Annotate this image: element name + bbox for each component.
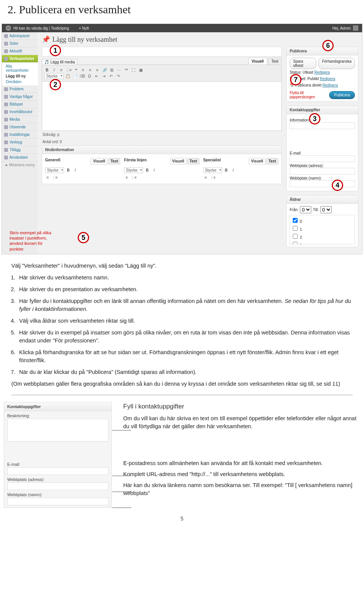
email-input[interactable]: [290, 155, 355, 162]
list-ol-button[interactable]: ⋮≡: [66, 67, 71, 73]
niva3-tab-visual[interactable]: Visuell: [249, 158, 265, 164]
save-draft-button[interactable]: Spara utkast: [290, 58, 316, 69]
kitchensink-button[interactable]: ▦: [138, 67, 143, 73]
tools-icon: [4, 140, 8, 144]
sidebar-item-anvandare[interactable]: Användare: [2, 154, 38, 161]
indent-button[interactable]: ⇥: [101, 74, 107, 79]
niva2-tab-visual[interactable]: Visuell: [170, 158, 187, 164]
fullscreen-button[interactable]: ⛶: [131, 67, 136, 73]
sidebar-minimize[interactable]: ◄ Minimera meny: [2, 161, 38, 169]
format-select[interactable]: Stycke: [44, 73, 63, 79]
sidebar-sub-omraden[interactable]: Områden: [2, 79, 38, 85]
omega-button[interactable]: Ω: [87, 74, 92, 79]
avatar[interactable]: [353, 25, 358, 31]
redo-button[interactable]: ↷: [116, 74, 121, 79]
quote-button[interactable]: ❝: [73, 67, 78, 73]
age-cb-0[interactable]: 0: [291, 216, 353, 224]
niva3-format-select[interactable]: Stycke: [203, 167, 222, 173]
cp-url-input[interactable]: [7, 482, 108, 490]
page-title: 📌 Lägg till ny verksamhet: [42, 35, 358, 44]
plugins-icon: [4, 148, 8, 152]
tab-text[interactable]: Text: [268, 58, 282, 65]
tab-visual[interactable]: Visuell: [248, 58, 267, 65]
niva1-bold-button[interactable]: B: [66, 168, 71, 173]
align-left-button[interactable]: ≡: [80, 67, 86, 73]
publish-button[interactable]: Publicera: [329, 91, 355, 99]
niva1-format-select[interactable]: Stycke: [45, 167, 64, 173]
niva2-format-select[interactable]: Stycke: [124, 167, 143, 173]
urlname-input[interactable]: [290, 180, 355, 187]
age-cb-1[interactable]: 1: [291, 224, 353, 232]
niva1-italic-button[interactable]: I: [72, 168, 78, 173]
sidebar-sub-alla[interactable]: Alla verksamheter: [2, 63, 38, 73]
info-input[interactable]: [290, 122, 355, 129]
bold-button[interactable]: B: [44, 67, 50, 73]
sidebar-item-innehall[interactable]: Innehållsrutor: [2, 108, 38, 116]
content-editor[interactable]: [42, 82, 282, 131]
title-input[interactable]: [42, 47, 282, 57]
sidebar-item-adminpanel[interactable]: Adminpanel: [2, 32, 38, 40]
sidebar-item-aktuellt[interactable]: Aktuellt: [2, 47, 38, 55]
sidebar-item-sidor[interactable]: Sidor: [2, 40, 38, 47]
sidebar-item-verktyg[interactable]: Verktyg: [2, 139, 38, 146]
align-center-button[interactable]: ≡: [88, 67, 93, 73]
age-cb-2[interactable]: 2: [291, 232, 353, 240]
email-label: E-mail:: [290, 151, 301, 155]
age-cb-3[interactable]: 3: [291, 240, 353, 244]
sidebar-item-tillagg[interactable]: Tillägg: [2, 146, 38, 154]
cp-desc-input[interactable]: [7, 419, 108, 441]
sidebar-sub-laggtillny[interactable]: Lägg till ny: [2, 73, 38, 79]
italic-button[interactable]: I: [52, 67, 57, 73]
niva3-bold-button[interactable]: B: [224, 168, 229, 173]
link-button[interactable]: 🔗: [102, 67, 107, 73]
visibility-value: Publikt: [308, 77, 319, 81]
sidebar-item-utseende[interactable]: Utseende: [2, 123, 38, 131]
trash-link[interactable]: Flytta till papperskorgen: [290, 91, 329, 99]
outdent-button[interactable]: ⇤: [94, 74, 99, 79]
niva2-italic-button[interactable]: I: [151, 168, 157, 173]
unlink-button[interactable]: ⛓: [109, 67, 115, 73]
add-media-button[interactable]: 🎵 Lägg till media: [42, 59, 77, 65]
site-title[interactable]: Hit kan du vända dig | Testköping: [13, 26, 69, 30]
sidebar-item-problem[interactable]: Problem: [2, 85, 38, 93]
new-button[interactable]: + Nytt: [79, 26, 89, 30]
sidebar-item-media[interactable]: Media: [2, 116, 38, 123]
sidebar-item-installningar[interactable]: Inställningar: [2, 131, 38, 139]
cp-email-input[interactable]: [7, 467, 108, 475]
more-button[interactable]: ⋯: [116, 67, 122, 73]
edit-visibility-link[interactable]: Redigera: [320, 77, 336, 81]
paste-button[interactable]: 📋: [65, 74, 71, 79]
paste-word-button[interactable]: 📄: [72, 74, 78, 79]
niva1-tab-visual[interactable]: Visuell: [91, 158, 107, 164]
niva1-list-ol-button[interactable]: ⋮≡: [52, 175, 57, 180]
spellcheck-button[interactable]: ᴬᴮ: [124, 67, 129, 73]
sidebar-item-bildspel[interactable]: Bildspel: [2, 101, 38, 108]
cp-urlname-input[interactable]: [7, 498, 108, 505]
niva1-list-ul-button[interactable]: ≡: [45, 175, 50, 180]
niva2-tab-text[interactable]: Text: [187, 158, 199, 164]
niva3-italic-button[interactable]: I: [231, 168, 236, 173]
age-from-select[interactable]: 0: [300, 206, 311, 213]
media-icon: [4, 118, 8, 121]
niva3-tab-text[interactable]: Text: [266, 158, 278, 164]
niva2-bold-button[interactable]: B: [144, 168, 150, 173]
age-to-select[interactable]: 0: [320, 206, 332, 213]
clear-format-button[interactable]: ⌫: [80, 74, 85, 79]
cp-heading: Fyll i kontaktuppgifter: [123, 402, 360, 412]
edit-status-link[interactable]: Redigera: [314, 70, 330, 74]
edit-date-link[interactable]: Redigera: [322, 83, 338, 87]
settings-icon: [4, 133, 8, 137]
niva3-list-ul-button[interactable]: ≡: [203, 175, 209, 180]
undo-button[interactable]: ↶: [108, 74, 114, 79]
align-right-button[interactable]: ≡: [95, 67, 100, 73]
niva1-tab-text[interactable]: Text: [108, 158, 121, 164]
niva2-list-ul-button[interactable]: ≡: [124, 175, 129, 180]
niva3-list-ol-button[interactable]: ⋮≡: [210, 175, 215, 180]
url-input[interactable]: [290, 168, 355, 175]
list-ul-button[interactable]: ≡: [59, 67, 64, 73]
niva2-list-ol-button[interactable]: ⋮≡: [131, 175, 136, 180]
greeting[interactable]: Hej, Admin: [333, 26, 351, 30]
preview-button[interactable]: Förhandsgranska: [318, 58, 355, 69]
sidebar-item-verksamheter[interactable]: Verksamheter: [2, 55, 38, 63]
sidebar-item-faq[interactable]: Vanliga frågor: [2, 93, 38, 101]
